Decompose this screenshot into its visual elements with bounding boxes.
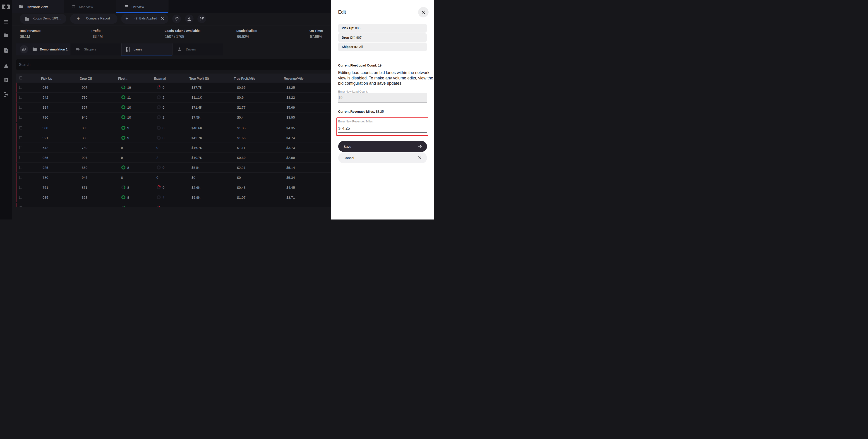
svg-text:$: $ — [5, 49, 7, 52]
